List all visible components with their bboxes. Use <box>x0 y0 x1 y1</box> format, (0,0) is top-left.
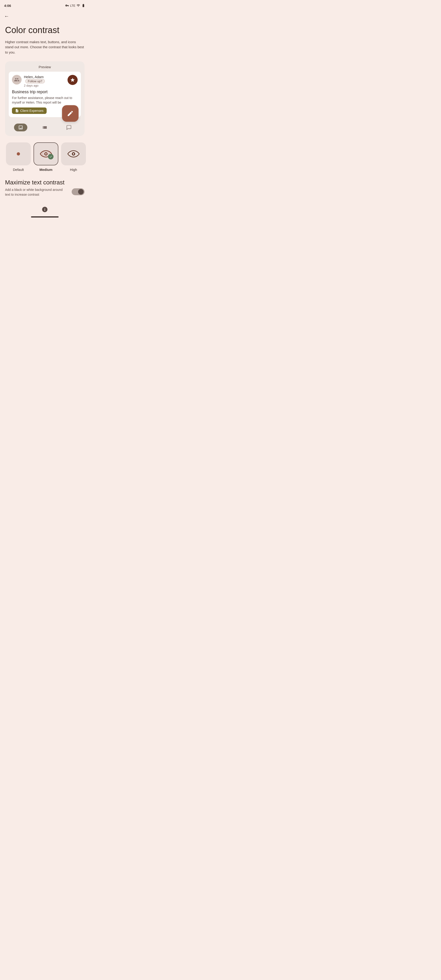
high-icon-box <box>61 142 86 165</box>
email-sender: Helen, Adam <box>24 75 44 79</box>
key-icon <box>65 4 69 7</box>
contrast-option-high[interactable]: High <box>61 142 86 172</box>
inbox-icon <box>18 125 23 130</box>
bottom-area <box>0 202 89 215</box>
contrast-options: Default <box>5 142 84 172</box>
selected-checkmark <box>48 154 54 159</box>
email-header: Helen, Adam Follow up? 2 days ago <box>12 75 78 87</box>
person-icon <box>14 77 19 83</box>
email-sender-row: Helen, Adam Follow up? <box>24 75 65 83</box>
tag-chip: Client Expenses <box>12 108 47 114</box>
preview-container: Preview Helen, Adam Follow up? 2 days ag… <box>5 61 84 136</box>
high-label: High <box>70 168 77 172</box>
contrast-option-medium[interactable]: Medium <box>33 142 58 172</box>
preview-label: Preview <box>9 65 81 69</box>
email-badge: Follow up? <box>25 79 45 83</box>
main-content: Color contrast Higher contrast makes tex… <box>0 21 89 172</box>
preview-nav <box>9 120 81 132</box>
contrast-option-default[interactable]: Default <box>6 142 31 172</box>
email-subject: Business trip report <box>12 89 78 94</box>
page-title: Color contrast <box>5 25 84 35</box>
info-icon[interactable] <box>41 206 48 213</box>
document-icon <box>15 109 19 113</box>
email-meta: Helen, Adam Follow up? 2 days ago <box>24 75 65 87</box>
default-label: Default <box>13 168 24 172</box>
nav-inbox[interactable] <box>14 124 27 131</box>
status-bar: 4:06 LTE <box>0 0 89 10</box>
status-time: 4:06 <box>4 4 11 8</box>
medium-label: Medium <box>40 168 53 172</box>
avatar <box>12 75 22 84</box>
star-button[interactable] <box>67 75 78 85</box>
email-card: Helen, Adam Follow up? 2 days ago Busine… <box>9 72 81 117</box>
battery-icon <box>81 4 86 7</box>
email-time: 2 days ago <box>24 84 65 87</box>
compose-fab-button[interactable] <box>62 105 78 122</box>
status-icons: LTE <box>65 4 86 7</box>
checkmark-icon <box>49 155 53 158</box>
list-icon <box>42 125 47 130</box>
maximize-contrast-section: Maximize text contrast Add a black or wh… <box>0 179 89 197</box>
maximize-contrast-title: Maximize text contrast <box>5 179 84 186</box>
tag-label: Client Expenses <box>20 109 43 113</box>
default-icon-box <box>6 142 31 165</box>
maximize-contrast-desc: Add a black or white background around t… <box>5 188 68 197</box>
maximize-contrast-content: Add a black or white background around t… <box>5 188 84 197</box>
email-body: For further assistance, please reach out… <box>12 96 78 105</box>
message-icon <box>66 125 72 130</box>
toggle-thumb <box>78 189 84 194</box>
medium-eye-wrapper <box>40 150 52 158</box>
lte-label: LTE <box>70 4 75 7</box>
star-icon <box>70 77 75 83</box>
home-indicator <box>31 216 59 218</box>
back-button[interactable]: ← <box>0 10 89 21</box>
svg-point-6 <box>73 153 75 155</box>
maximize-contrast-toggle[interactable] <box>72 188 84 195</box>
default-dot <box>17 152 20 156</box>
page-description: Higher contrast makes text, buttons, and… <box>5 40 84 55</box>
edit-icon <box>67 110 74 117</box>
high-eye-icon <box>67 150 80 158</box>
signal-icon <box>76 4 80 7</box>
svg-point-3 <box>45 153 47 155</box>
back-arrow-icon: ← <box>4 13 9 19</box>
nav-list[interactable] <box>38 124 51 131</box>
medium-icon-box <box>33 142 58 165</box>
nav-message[interactable] <box>62 124 76 131</box>
